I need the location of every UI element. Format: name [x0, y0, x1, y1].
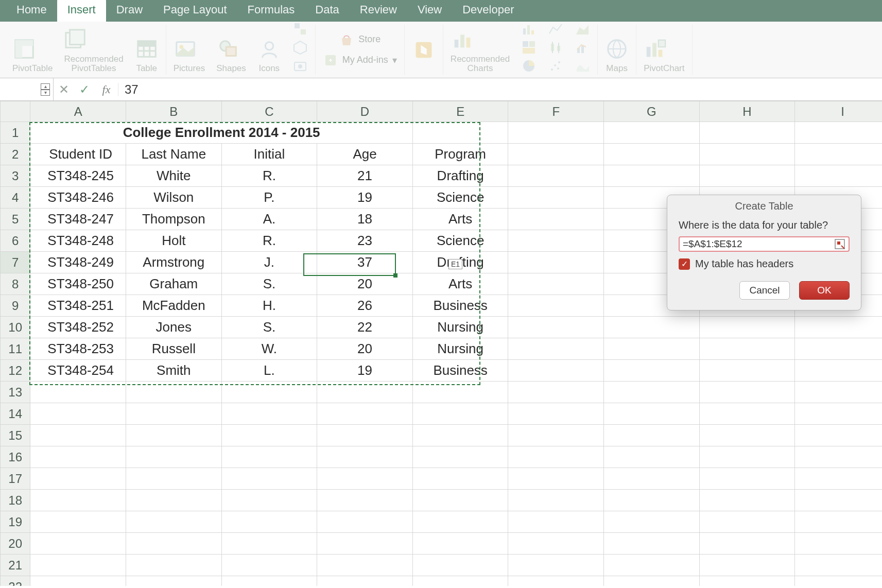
spreadsheet-grid[interactable]: ABCDEFGHI 1College Enrollment 2014 - 201… [0, 101, 882, 586]
cell-C5[interactable]: A. [221, 209, 317, 230]
cell-I16[interactable] [795, 446, 882, 468]
row-header-14[interactable]: 14 [1, 403, 30, 425]
column-header-I[interactable]: I [795, 101, 882, 122]
cell-B2[interactable]: Last Name [126, 144, 222, 165]
cell-G19[interactable] [604, 511, 700, 533]
cell-H14[interactable] [699, 403, 795, 425]
column-header-F[interactable]: F [508, 101, 604, 122]
recommended-charts-icon[interactable] [451, 28, 474, 51]
cell-E3[interactable]: Drafting [412, 165, 508, 187]
cell-E8[interactable]: Arts [412, 273, 508, 295]
cell-E5[interactable]: Arts [412, 209, 508, 230]
cell-F9[interactable] [508, 295, 604, 317]
range-picker-icon[interactable] [834, 238, 845, 250]
cell-F16[interactable] [508, 446, 604, 468]
cell-B8[interactable]: Graham [126, 273, 222, 295]
row-header-21[interactable]: 21 [1, 555, 30, 576]
cell-G22[interactable] [604, 576, 700, 586]
cell-A22[interactable] [30, 576, 126, 586]
cell-A20[interactable] [30, 533, 126, 555]
shapes-icon[interactable] [216, 37, 240, 61]
cell-E2[interactable]: Program [412, 144, 508, 165]
fx-icon[interactable]: fx [95, 83, 118, 96]
screenshot-icon[interactable] [292, 58, 308, 74]
cell-B9[interactable]: McFadden [126, 295, 222, 317]
row-header-18[interactable]: 18 [1, 490, 30, 511]
cell-F12[interactable] [508, 360, 604, 382]
cell-H19[interactable] [699, 511, 795, 533]
cell-I19[interactable] [795, 511, 882, 533]
cell-A11[interactable]: ST348-253 [30, 338, 126, 360]
cell-G1[interactable] [604, 122, 700, 144]
cell-C4[interactable]: P. [221, 187, 317, 209]
cell-H20[interactable] [699, 533, 795, 555]
cell-C17[interactable] [221, 468, 317, 490]
column-header-H[interactable]: H [699, 101, 795, 122]
smartart-icon[interactable] [292, 21, 308, 37]
tab-page-layout[interactable]: Page Layout [153, 0, 237, 22]
cell-A21[interactable] [30, 555, 126, 576]
cell-D5[interactable]: 18 [317, 209, 413, 230]
cell-A18[interactable] [30, 490, 126, 511]
cell-F11[interactable] [508, 338, 604, 360]
cell-D4[interactable]: 19 [317, 187, 413, 209]
cell-E1[interactable] [412, 122, 508, 144]
cell-C21[interactable] [221, 555, 317, 576]
cell-A7[interactable]: ST348-249 [30, 252, 126, 273]
cell-E17[interactable] [412, 468, 508, 490]
row-header-7[interactable]: 7 [1, 252, 30, 273]
cell-B13[interactable] [126, 382, 222, 403]
cell-D17[interactable] [317, 468, 413, 490]
cell-H10[interactable] [699, 317, 795, 338]
column-header-G[interactable]: G [604, 101, 700, 122]
cell-A4[interactable]: ST348-246 [30, 187, 126, 209]
cell-A2[interactable]: Student ID [30, 144, 126, 165]
cell-E15[interactable] [412, 425, 508, 446]
cell-B6[interactable]: Holt [126, 230, 222, 252]
pie-chart-icon[interactable] [521, 58, 537, 74]
cell-G20[interactable] [604, 533, 700, 555]
cell-A17[interactable] [30, 468, 126, 490]
row-header-11[interactable]: 11 [1, 338, 30, 360]
table-range-input[interactable] [683, 238, 834, 250]
cell-E12[interactable]: Business [412, 360, 508, 382]
cell-G18[interactable] [604, 490, 700, 511]
column-chart-icon[interactable] [521, 21, 537, 37]
select-all-corner[interactable] [1, 101, 30, 122]
cell-D7[interactable]: 37 [317, 252, 413, 273]
cell-E22[interactable] [412, 576, 508, 586]
cell-B16[interactable] [126, 446, 222, 468]
cell-B4[interactable]: Wilson [126, 187, 222, 209]
row-header-22[interactable]: 22 [1, 576, 30, 586]
cell-E6[interactable]: Science [412, 230, 508, 252]
cell-A10[interactable]: ST348-252 [30, 317, 126, 338]
cell-I17[interactable] [795, 468, 882, 490]
cell-B22[interactable] [126, 576, 222, 586]
cell-H21[interactable] [699, 555, 795, 576]
cell-I22[interactable] [795, 576, 882, 586]
cell-E14[interactable] [412, 403, 508, 425]
cell-D22[interactable] [317, 576, 413, 586]
cell-F13[interactable] [508, 382, 604, 403]
table-icon[interactable] [135, 37, 159, 61]
cell-H17[interactable] [699, 468, 795, 490]
cell-E18[interactable] [412, 490, 508, 511]
cell-H22[interactable] [699, 576, 795, 586]
cell-I12[interactable] [795, 360, 882, 382]
cell-B5[interactable]: Thompson [126, 209, 222, 230]
cell-E10[interactable]: Nursing [412, 317, 508, 338]
cell-C12[interactable]: L. [221, 360, 317, 382]
tab-draw[interactable]: Draw [106, 0, 153, 22]
headers-checkbox[interactable]: ✓ [679, 258, 690, 270]
row-header-9[interactable]: 9 [1, 295, 30, 317]
column-header-C[interactable]: C [221, 101, 317, 122]
cell-I21[interactable] [795, 555, 882, 576]
bing-maps-icon[interactable] [412, 38, 436, 62]
cell-A1[interactable]: College Enrollment 2014 - 2015 [30, 122, 412, 144]
cell-D16[interactable] [317, 446, 413, 468]
column-header-A[interactable]: A [30, 101, 126, 122]
cancel-button[interactable]: Cancel [739, 281, 790, 300]
cell-C8[interactable]: S. [221, 273, 317, 295]
row-header-15[interactable]: 15 [1, 425, 30, 446]
tab-data[interactable]: Data [305, 0, 349, 22]
